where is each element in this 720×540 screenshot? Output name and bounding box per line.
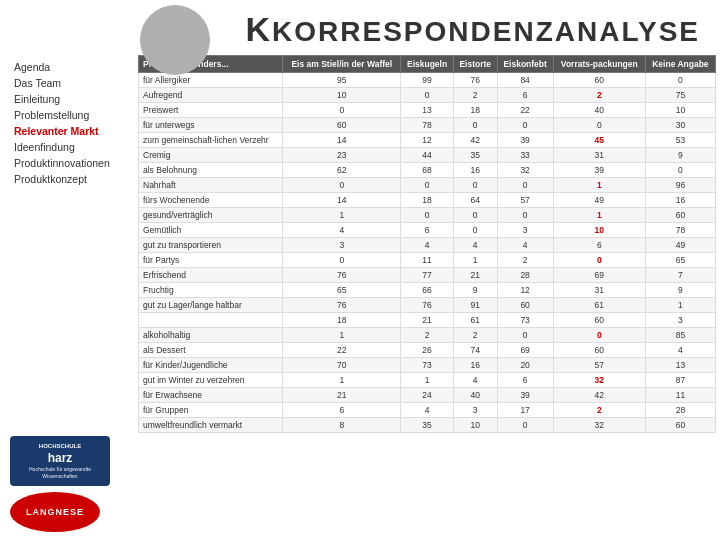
cell-19-1: 73 [401, 358, 454, 373]
row-label: gut zu Lager/lange haltbar [139, 298, 283, 313]
table-row: als Dessert22267469604 [139, 343, 716, 358]
cell-20-3: 6 [497, 373, 553, 388]
table-row: 18216173603 [139, 313, 716, 328]
cell-8-2: 64 [453, 193, 497, 208]
sidebar-item-relevanter-markt[interactable]: Relevanter Markt [10, 123, 128, 139]
cell-0-2: 76 [453, 73, 497, 88]
cell-21-2: 40 [453, 388, 497, 403]
sidebar-item-problemstellung[interactable]: Problemstellung [10, 107, 128, 123]
cell-17-4: 0 [553, 328, 645, 343]
cell-22-3: 17 [497, 403, 553, 418]
cell-0-1: 99 [401, 73, 454, 88]
row-label: für unterwegs [139, 118, 283, 133]
cell-6-4: 39 [553, 163, 645, 178]
col-header-2: Eiskugeln [401, 56, 454, 73]
cell-1-0: 10 [283, 88, 401, 103]
cell-12-1: 11 [401, 253, 454, 268]
cell-8-4: 49 [553, 193, 645, 208]
row-label: gut zu transportieren [139, 238, 283, 253]
sidebar-item-ideenfindung[interactable]: Ideenfindung [10, 139, 128, 155]
cell-2-5: 10 [645, 103, 715, 118]
row-label: für Partys [139, 253, 283, 268]
cell-0-5: 0 [645, 73, 715, 88]
cell-15-3: 60 [497, 298, 553, 313]
cell-23-1: 35 [401, 418, 454, 433]
row-label: für Gruppen [139, 403, 283, 418]
table-row: als Belohnung62681632390 [139, 163, 716, 178]
sidebar-item-agenda[interactable]: Agenda [10, 59, 128, 75]
cell-11-1: 4 [401, 238, 454, 253]
cell-11-5: 49 [645, 238, 715, 253]
cell-16-4: 60 [553, 313, 645, 328]
cell-1-5: 75 [645, 88, 715, 103]
cell-9-2: 0 [453, 208, 497, 223]
table-row: für Allergiker95997684600 [139, 73, 716, 88]
row-label: Aufregend [139, 88, 283, 103]
cell-21-3: 39 [497, 388, 553, 403]
table-row: Gemütlich46031078 [139, 223, 716, 238]
cell-18-2: 74 [453, 343, 497, 358]
table-row: alkoholhaltig1220085 [139, 328, 716, 343]
cell-21-1: 24 [401, 388, 454, 403]
cell-6-0: 62 [283, 163, 401, 178]
cell-0-4: 60 [553, 73, 645, 88]
cell-13-0: 76 [283, 268, 401, 283]
cell-16-0: 18 [283, 313, 401, 328]
cell-17-0: 1 [283, 328, 401, 343]
sidebar-item-produktkonzept[interactable]: Produktkonzept [10, 171, 128, 187]
page-title: KKORRESPONDENZANALYSE [246, 10, 700, 49]
cell-16-1: 21 [401, 313, 454, 328]
cell-5-4: 31 [553, 148, 645, 163]
data-table: Produkt Besonders...Eis am Stiel/in der … [138, 55, 716, 433]
cell-15-1: 76 [401, 298, 454, 313]
cell-22-2: 3 [453, 403, 497, 418]
cell-7-3: 0 [497, 178, 553, 193]
cell-1-2: 2 [453, 88, 497, 103]
row-label: Cremig [139, 148, 283, 163]
cell-16-2: 61 [453, 313, 497, 328]
row-label: umweltfreundlich vermarkt [139, 418, 283, 433]
row-label: für Erwachsene [139, 388, 283, 403]
table-row: gesund/verträglich1000160 [139, 208, 716, 223]
cell-2-0: 0 [283, 103, 401, 118]
cell-2-4: 40 [553, 103, 645, 118]
cell-21-5: 11 [645, 388, 715, 403]
table-row: für Kinder/Jugendliche707316205713 [139, 358, 716, 373]
cell-14-4: 31 [553, 283, 645, 298]
table-row: Aufregend10026275 [139, 88, 716, 103]
cell-17-1: 2 [401, 328, 454, 343]
cell-7-2: 0 [453, 178, 497, 193]
cell-7-5: 96 [645, 178, 715, 193]
cell-8-1: 18 [401, 193, 454, 208]
cell-10-3: 3 [497, 223, 553, 238]
cell-12-3: 2 [497, 253, 553, 268]
cell-19-0: 70 [283, 358, 401, 373]
cell-6-2: 16 [453, 163, 497, 178]
col-header-4: Eiskonfebt [497, 56, 553, 73]
sidebar-item-das-team[interactable]: Das Team [10, 75, 128, 91]
sidebar-item-produktinnovationen[interactable]: Produktinnovationen [10, 155, 128, 171]
table-row: für Erwachsene212440394211 [139, 388, 716, 403]
cell-5-5: 9 [645, 148, 715, 163]
sidebar-item-einleitung[interactable]: Einleitung [10, 91, 128, 107]
cell-21-4: 42 [553, 388, 645, 403]
cell-8-5: 16 [645, 193, 715, 208]
cell-14-3: 12 [497, 283, 553, 298]
cell-9-4: 1 [553, 208, 645, 223]
cell-19-3: 20 [497, 358, 553, 373]
cell-3-4: 0 [553, 118, 645, 133]
cell-12-5: 65 [645, 253, 715, 268]
table-row: umweltfreundlich vermarkt8351003260 [139, 418, 716, 433]
table-row: für unterwegs607800030 [139, 118, 716, 133]
cell-17-5: 85 [645, 328, 715, 343]
cell-20-5: 87 [645, 373, 715, 388]
cell-2-1: 13 [401, 103, 454, 118]
cell-3-2: 0 [453, 118, 497, 133]
cell-5-1: 44 [401, 148, 454, 163]
cell-18-5: 4 [645, 343, 715, 358]
row-label: Preiswert [139, 103, 283, 118]
table-row: Fruchtig6566912319 [139, 283, 716, 298]
cell-0-3: 84 [497, 73, 553, 88]
cell-16-5: 3 [645, 313, 715, 328]
row-label: gesund/verträglich [139, 208, 283, 223]
